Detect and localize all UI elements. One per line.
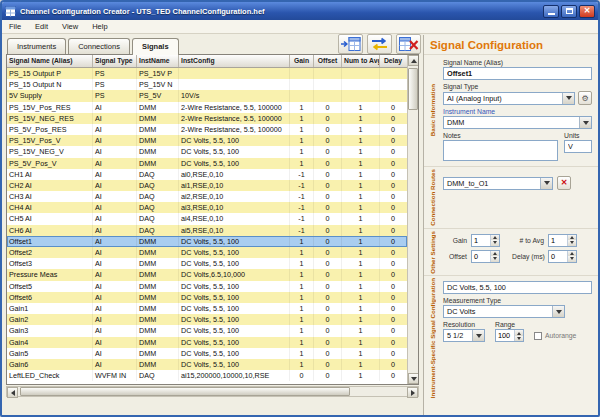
arrow-left-icon xyxy=(11,390,15,396)
menu-edit[interactable]: Edit xyxy=(28,21,55,32)
notes-label: Notes xyxy=(443,132,558,139)
table-row[interactable]: PS_5V_Pos_RESAIDMM2-Wire Resistance, 5.5… xyxy=(7,124,407,135)
tab-connections[interactable]: Connections xyxy=(68,38,130,54)
column-header-signal-type[interactable]: Signal Type xyxy=(93,55,137,67)
units-input[interactable] xyxy=(564,140,592,153)
decrement-icon[interactable] xyxy=(568,240,576,246)
autorange-checkbox[interactable] xyxy=(534,332,542,340)
close-button[interactable]: ✕ xyxy=(579,5,595,18)
chevron-down-icon[interactable] xyxy=(579,117,591,128)
measurement-type-dropdown[interactable]: DC Volts xyxy=(443,305,565,318)
table-row[interactable]: CH2 AIAIDAQai1,RSE,0,10-1010 xyxy=(7,180,407,191)
table-cell: 0 xyxy=(380,113,406,124)
table-cell: Offset6 xyxy=(7,292,93,303)
maximize-button[interactable] xyxy=(561,5,577,18)
copy-config-to-signal-button[interactable] xyxy=(338,34,363,54)
horizontal-scrollbar[interactable] xyxy=(6,386,419,397)
decrement-icon[interactable] xyxy=(491,240,499,246)
table-cell: 1 xyxy=(342,180,380,191)
signal-type-dropdown[interactable]: AI (Analog Input) xyxy=(443,92,575,105)
table-row[interactable]: Gain2AIDMMDC Volts, 5.5, 1001010 xyxy=(7,314,407,325)
column-header-offset[interactable]: Offset xyxy=(314,55,342,67)
table-cell: 0 xyxy=(314,292,342,303)
table-row[interactable]: CH4 AIAIDAQai3,RSE,0,10-1010 xyxy=(7,202,407,213)
offset-stepper[interactable]: 0 xyxy=(471,250,500,263)
menu-file[interactable]: File xyxy=(2,21,28,32)
table-row[interactable]: PS_15V_Pos_RESAIDMM2-Wire Resistance, 5.… xyxy=(7,102,407,113)
table-row[interactable]: 5V SupplyPSPS_5V10V/s xyxy=(7,90,407,101)
table-row[interactable]: PS_15V_NEG_RESAIDMM2-Wire Resistance, 5.… xyxy=(7,113,407,124)
chevron-down-icon[interactable] xyxy=(552,306,564,317)
chevron-down-icon[interactable] xyxy=(562,93,574,104)
decrement-icon[interactable] xyxy=(515,336,523,342)
menu-view[interactable]: View xyxy=(55,21,85,32)
notes-input[interactable] xyxy=(443,140,558,161)
table-row[interactable]: Offset2AIDMMDC Volts, 5.5, 1001010 xyxy=(7,247,407,258)
table-row[interactable]: PS_15 Output NPSPS_15V N xyxy=(7,79,407,90)
column-header-num-to-avg[interactable]: Num to Avg xyxy=(342,55,380,67)
table-row[interactable]: PS_15V_Pos_VAIDMMDC Volts, 5.5, 1001010 xyxy=(7,135,407,146)
scroll-down-button[interactable] xyxy=(408,373,419,384)
table-row[interactable]: PS_5V_Pos_VAIDMMDC Volts, 5.5, 1001010 xyxy=(7,158,407,169)
column-header-signal-name[interactable]: Signal Name (Alias) xyxy=(7,55,93,67)
range-label: Range xyxy=(495,321,515,328)
table-row[interactable]: Offset5AIDMMDC Volts, 5.5, 1001010 xyxy=(7,281,407,292)
table-row[interactable]: Gain3AIDMMDC Volts, 5.5, 1001010 xyxy=(7,325,407,336)
table-row[interactable]: CH3 AIAIDAQai2,RSE,0,10-1010 xyxy=(7,191,407,202)
chevron-down-icon[interactable] xyxy=(472,330,484,341)
decrement-icon[interactable] xyxy=(491,256,499,262)
table-row[interactable]: PS_15V_NEG_VAIDMMDC Volts, 5.5, 1001010 xyxy=(7,146,407,157)
scroll-right-button[interactable] xyxy=(407,387,418,398)
range-stepper[interactable]: 100 xyxy=(495,329,524,342)
table-cell: DC Volts, 5.5, 100 xyxy=(179,135,290,146)
resolution-dropdown[interactable]: 5 1/2 xyxy=(443,329,485,342)
decrement-icon[interactable] xyxy=(568,256,576,262)
section-other-settings: Other Settings Gain 1 # to Avg 1 Of xyxy=(424,228,598,276)
chevron-down-icon[interactable] xyxy=(540,178,552,189)
table-row[interactable]: Pressure MeasAIDMMDC Volts,6.5,10,000101… xyxy=(7,269,407,280)
edit-signal-type-button[interactable]: ⚙ xyxy=(578,91,592,105)
vertical-scroll-thumb[interactable] xyxy=(408,68,418,110)
signal-name-input[interactable] xyxy=(443,67,592,80)
table-row[interactable]: PS_15 Output PPSPS_15V P xyxy=(7,68,407,79)
table-row[interactable]: CH5 AIAIDAQai4,RSE,0,10-1010 xyxy=(7,213,407,224)
table-cell: 2-Wire Resistance, 5.5, 100000 xyxy=(179,102,290,113)
table-row[interactable]: Offset1AIDMMDC Volts, 5.5, 1001010 xyxy=(7,236,407,247)
instrument-name-dropdown[interactable]: DMM xyxy=(443,116,592,129)
table-row[interactable]: Gain4AIDMMDC Volts, 5.5, 1001010 xyxy=(7,337,407,348)
column-header-gain[interactable]: Gain xyxy=(290,55,314,67)
menu-help[interactable]: Help xyxy=(85,21,114,32)
column-header-instname[interactable]: InstName xyxy=(137,55,179,67)
delete-route-button[interactable]: ✕ xyxy=(557,176,571,190)
delay-stepper[interactable]: 0 xyxy=(548,250,577,263)
table-cell: CH1 AI xyxy=(7,169,93,180)
table-row[interactable]: Gain1AIDMMDC Volts, 5.5, 1001010 xyxy=(7,303,407,314)
column-header-instconfig[interactable]: InstConfig xyxy=(179,55,290,67)
gain-stepper[interactable]: 1 xyxy=(471,234,500,247)
horizontal-scroll-thumb[interactable] xyxy=(20,387,350,396)
table-row[interactable]: Offset6AIDMMDC Volts, 5.5, 1001010 xyxy=(7,292,407,303)
instrument-config-string-input[interactable] xyxy=(443,281,592,294)
title-bar[interactable]: Channel Configuration Creator - UTS_TED … xyxy=(2,2,598,20)
table-row[interactable]: LeftLED_CheckWVFM INDAQai15,200000,10000… xyxy=(7,370,407,381)
table-cell: CH6 AI xyxy=(7,225,93,236)
num-to-avg-stepper[interactable]: 1 xyxy=(548,234,577,247)
minimize-button[interactable] xyxy=(543,5,559,18)
delete-signal-config-button[interactable] xyxy=(396,34,421,54)
scroll-left-button[interactable] xyxy=(7,387,18,398)
table-cell: 0 xyxy=(314,359,342,370)
table-row[interactable]: CH1 AIAIDAQai0,RSE,0,10-1010 xyxy=(7,169,407,180)
table-cell: 0 xyxy=(380,236,406,247)
scroll-up-button[interactable] xyxy=(408,55,419,66)
table-cell: 1 xyxy=(342,314,380,325)
column-header-delay[interactable]: Delay xyxy=(380,55,406,67)
vertical-scrollbar[interactable] xyxy=(407,55,418,384)
table-row[interactable]: Gain5AIDMMDC Volts, 5.5, 1001010 xyxy=(7,348,407,359)
tab-instruments[interactable]: Instruments xyxy=(7,38,66,54)
copy-config-swap-button[interactable] xyxy=(367,34,392,54)
table-row[interactable]: Gain6AIDMMDC Volts, 5.5, 1001010 xyxy=(7,359,407,370)
tab-signals[interactable]: Signals xyxy=(132,38,179,55)
table-row[interactable]: Offset3AIDMMDC Volts, 5.5, 1001010 xyxy=(7,258,407,269)
table-row[interactable]: CH6 AIAIDAQai5,RSE,0,10-1010 xyxy=(7,225,407,236)
connection-route-dropdown[interactable]: DMM_to_O1 xyxy=(443,177,553,190)
